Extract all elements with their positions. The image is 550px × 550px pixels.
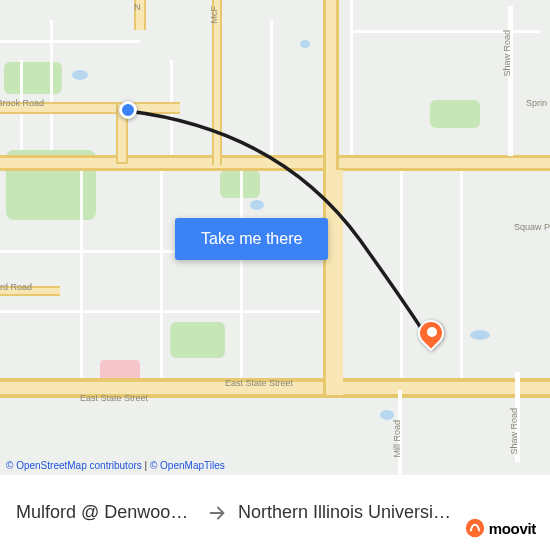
map-canvas[interactable]: Spring Brook Road Mulford Road East Stat… <box>0 0 550 475</box>
moovit-logo-icon <box>465 518 485 538</box>
pin-dot-icon <box>427 327 437 337</box>
park-area <box>4 62 62 94</box>
minor-road <box>0 40 140 43</box>
moovit-brand[interactable]: moovit <box>465 518 536 538</box>
route-footer: Mulford @ Denwood-S… Northern Illinois U… <box>0 475 550 550</box>
road-label-mulford: Mulford Road <box>0 282 32 292</box>
lake <box>300 40 310 48</box>
lake <box>250 200 264 210</box>
shaw-road <box>508 6 513 156</box>
road-label-shaw: Shaw Road <box>502 30 512 77</box>
lake <box>380 410 394 420</box>
minor-road <box>160 165 163 385</box>
minor-road <box>270 20 273 155</box>
origin-label: Mulford @ Denwood-S… <box>16 502 196 523</box>
major-road <box>333 170 343 395</box>
svg-point-0 <box>465 519 483 537</box>
major-road <box>214 0 220 165</box>
road-label-east-state: East State Street <box>80 393 148 403</box>
road-label-mill: Mill Road <box>392 420 402 458</box>
minor-road <box>350 0 353 155</box>
origin-marker[interactable] <box>119 101 137 119</box>
minor-road <box>50 20 53 150</box>
arrow-right-icon <box>206 502 228 524</box>
road-label-mcf: McF <box>209 6 219 24</box>
map-attribution: © OpenStreetMap contributors | © OpenMap… <box>6 460 225 471</box>
minor-road <box>400 165 403 380</box>
osm-link[interactable]: © OpenStreetMap contributors <box>6 460 142 471</box>
moovit-wordmark: moovit <box>489 520 536 537</box>
minor-road <box>240 165 243 385</box>
lake <box>470 330 490 340</box>
destination-marker[interactable] <box>418 320 446 348</box>
major-road <box>0 158 550 168</box>
minor-road <box>460 165 463 380</box>
openmaptiles-link[interactable]: © OpenMapTiles <box>150 460 225 471</box>
minor-road <box>80 165 83 385</box>
road-label-shaw: Shaw Road <box>509 408 519 455</box>
road-label-east-state: East State Street <box>225 378 293 388</box>
road-label-n: N <box>134 2 141 12</box>
park-area <box>430 100 480 128</box>
take-me-there-button[interactable]: Take me there <box>175 218 328 260</box>
road-label-spring-brook: Spring Brook Road <box>0 98 44 108</box>
road-label-sprin: Sprin <box>526 98 547 108</box>
lake <box>72 70 88 80</box>
park-area <box>170 322 225 358</box>
road-label-squaw: Squaw Pra <box>514 222 550 232</box>
